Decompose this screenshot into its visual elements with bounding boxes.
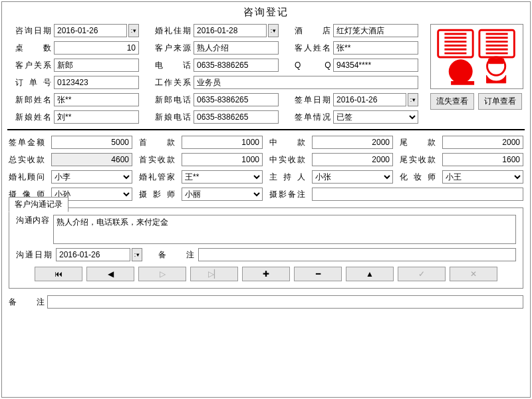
lbl-groom-name: 新郎姓名 [15,94,51,106]
prev-icon: ◀ [108,269,114,279]
groom-phone-input[interactable] [194,93,279,106]
lbl-photo-note: 摄影备注 [269,189,305,200]
lbl-mid-recv: 中实收款 [269,154,305,166]
consult-date-picker[interactable] [128,24,139,37]
sign-amt-input[interactable] [51,136,132,149]
lbl-wedding-date: 婚礼佳期 [155,25,191,37]
photo-select[interactable]: 小丽 [182,188,263,201]
nav-edit-button[interactable]: ▲ [346,267,394,281]
hotel-input[interactable] [333,24,418,37]
x-icon: ✕ [470,269,477,279]
lbl-tail: 尾 款 [400,137,436,148]
first-input[interactable] [182,136,263,149]
lbl-first-recv: 首实收款 [139,154,175,166]
lbl-mid: 中 款 [269,137,305,148]
comm-date-input[interactable] [56,248,130,261]
bride-name-input[interactable] [54,110,139,124]
lbl-bride-name: 新娘姓名 [15,112,51,123]
butler-select[interactable]: 王** [182,170,263,184]
lbl-note: 备 注 [9,297,45,308]
sign-date-input[interactable] [333,93,406,106]
lbl-sign-amt: 签单金额 [9,137,45,148]
lbl-order-no: 订 单 号 [15,77,51,88]
lbl-relation: 客户关系 [15,60,51,71]
lbl-sign-status: 签单情况 [295,112,331,123]
page-title: 咨询登记 [2,2,530,24]
first-icon: ⏮ [55,269,63,279]
relation-input[interactable] [54,59,139,72]
lbl-sign-date: 签单日期 [295,94,331,106]
groom-name-input[interactable] [54,93,139,106]
lbl-phone: 电 话 [155,60,191,71]
comm-content-input[interactable]: 熟人介绍，电话联系，来付定金 [53,215,516,244]
lbl-qq: Q Q [295,60,331,71]
bride-phone-input[interactable] [194,110,279,124]
lbl-guest-name: 客人姓名 [295,43,331,54]
lbl-tables: 桌 数 [15,43,51,54]
nav-first-button[interactable]: ⏮ [35,267,82,281]
tables-input[interactable] [54,41,139,55]
advisor-select[interactable]: 小李 [51,170,132,184]
nav-last-button[interactable]: ▷▏ [190,267,238,281]
work-rel-input[interactable] [194,76,418,89]
lbl-work-rel: 工作关系 [155,77,191,88]
tab-comm-log[interactable]: 客户沟通记录 [9,197,68,212]
nav-cancel-button[interactable]: ✕ [450,267,497,281]
lbl-bride-phone: 新娘电话 [155,112,191,123]
comm-note-input[interactable] [198,248,516,261]
plus-icon: ✚ [263,269,269,279]
lbl-comm-date: 沟通日期 [16,249,52,261]
last-icon: ▷▏ [208,269,220,279]
lbl-host: 主 持 人 [269,172,305,183]
lbl-first: 首 款 [139,137,175,148]
svg-point-3 [449,60,472,83]
lbl-comm-content: 沟通内容 [16,215,49,226]
phone-input[interactable] [194,59,279,72]
lbl-photo: 摄 影 师 [139,189,175,200]
tail-input[interactable] [442,136,523,149]
up-icon: ▲ [366,269,374,279]
note-input[interactable] [47,295,523,309]
lbl-butler: 婚礼管家 [139,172,175,183]
order-view-button[interactable]: 订单查看 [478,93,522,110]
wedding-date-input[interactable] [194,24,267,37]
first-recv-input[interactable] [182,153,263,166]
host-select[interactable]: 小张 [312,170,393,184]
nav-delete-button[interactable]: ━ [294,267,342,281]
lbl-tail-recv: 尾实收款 [400,154,436,166]
check-icon: ✓ [418,269,425,279]
lbl-groom-phone: 新郎电话 [155,94,191,106]
lost-view-button[interactable]: 流失查看 [430,93,474,110]
qq-input[interactable] [333,59,418,72]
lbl-source: 客户来源 [155,43,191,54]
sign-status-select[interactable]: 已签 [333,110,418,124]
wedding-image [430,24,523,89]
consult-date-input[interactable] [54,24,127,37]
lbl-comm-note: 备 注 [158,249,194,261]
mid-recv-input[interactable] [312,153,393,166]
svg-rect-5 [488,59,503,64]
mid-input[interactable] [312,136,393,149]
total-recv-input [51,153,132,166]
nav-add-button[interactable]: ✚ [242,267,290,281]
lbl-makeup: 化 妆 师 [400,172,436,183]
minus-icon: ━ [316,269,321,279]
makeup-select[interactable]: 小王 [442,170,523,184]
order-no-input[interactable] [54,76,139,89]
comm-date-picker[interactable] [132,248,142,261]
nav-prev-button[interactable]: ◀ [86,267,134,281]
lbl-advisor: 婚礼顾问 [9,172,45,183]
lbl-total-recv: 总实收款 [9,154,45,166]
lbl-hotel: 酒 店 [295,25,331,37]
nav-save-button[interactable]: ✓ [398,267,446,281]
nav-next-button[interactable]: ▷ [138,267,186,281]
wedding-date-picker[interactable] [268,24,279,37]
sign-date-picker[interactable] [408,93,418,106]
photo-note-input[interactable] [312,188,523,201]
next-icon: ▷ [160,269,166,279]
tail-recv-input[interactable] [442,153,523,166]
lbl-consult-date: 咨询日期 [15,25,51,37]
source-input[interactable] [194,41,279,55]
guest-name-input[interactable] [333,41,418,55]
